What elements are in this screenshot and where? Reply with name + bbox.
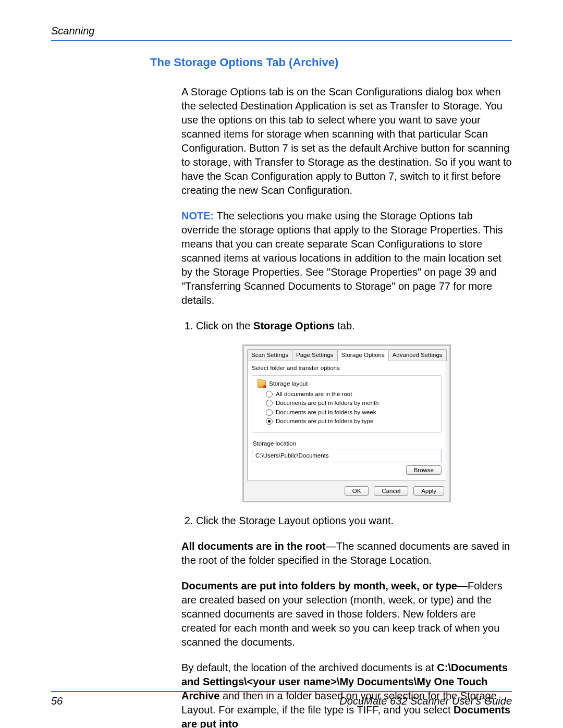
note-body: The selections you make using the Storag… [181,210,503,306]
dialog-figure: Scan Settings Page Settings Storage Opti… [181,344,512,502]
storage-layout-title: Storage layout [258,380,436,388]
tab-panel: Select folder and transfer options Stora… [247,361,446,480]
radio-icon [266,418,273,425]
explain-root: All documents are in the root—The scanne… [181,539,512,567]
page: Scanning The Storage Options Tab (Archiv… [0,0,563,728]
tab-scan-settings[interactable]: Scan Settings [247,349,292,361]
page-number: 56 [51,695,63,707]
explain-folders: Documents are put into folders by month,… [181,579,512,649]
browse-row: Browse [252,465,442,475]
radio-label: Documents are put in folders by type [276,417,373,426]
running-head-left: Scanning [51,25,94,37]
step-1-bold: Storage Options [253,320,335,331]
step-list-2: Click the Storage Layout options you wan… [181,514,512,528]
step-2: Click the Storage Layout options you wan… [196,514,512,528]
dialog-button-row: OK Cancel Apply [244,481,449,501]
tab-page-settings[interactable]: Page Settings [292,349,338,361]
folder-icon [258,380,266,388]
storage-location-label: Storage location [253,440,442,448]
explain-root-bold: All documents are in the root [181,540,326,552]
radio-option-month[interactable]: Documents are put in folders by month [266,399,436,408]
running-head: Scanning [51,25,512,41]
radio-option-week[interactable]: Documents are put in folders by week [266,409,436,417]
tab-advanced-settings[interactable]: Advanced Settings [388,349,447,361]
note-paragraph: NOTE: The selections you make using the … [181,209,512,307]
storage-layout-title-text: Storage layout [269,380,308,388]
radio-label: All documents are in the root [276,390,352,399]
step-1: Click on the Storage Options tab. [196,319,512,333]
radio-icon [266,409,273,416]
storage-options-dialog: Scan Settings Page Settings Storage Opti… [242,344,451,502]
step-1-post: tab. [335,320,355,331]
step-list: Click on the Storage Options tab. [181,319,512,333]
radio-label: Documents are put in folders by week [276,409,376,417]
note-label: NOTE: [181,210,214,221]
intro-paragraph: A Storage Options tab is on the Scan Con… [181,85,512,198]
radio-option-root[interactable]: All documents are in the root [266,390,436,399]
ok-button[interactable]: OK [345,486,369,496]
storage-location-path[interactable]: C:\Users\Public\Documents [252,450,442,462]
explain-default-pre: By default, the location of the archived… [181,662,437,673]
explain-folders-bold: Documents are put into folders by month,… [181,580,457,591]
radio-icon [266,400,273,406]
apply-button[interactable]: Apply [413,486,444,496]
dialog-tabs: Scan Settings Page Settings Storage Opti… [244,346,449,361]
section-title: The Storage Options Tab (Archive) [150,56,512,69]
radio-label: Documents are put in folders by month [276,399,379,408]
panel-label: Select folder and transfer options [252,364,442,373]
radio-option-type[interactable]: Documents are put in folders by type [266,417,436,426]
cancel-button[interactable]: Cancel [374,486,408,496]
step-1-pre: Click on the [196,320,253,331]
browse-button[interactable]: Browse [406,465,442,475]
guide-title: DocuMate 632 Scanner User's Guide [339,695,512,707]
storage-layout-group: Storage layout All documents are in the … [252,375,442,433]
tab-storage-options[interactable]: Storage Options [337,349,389,361]
radio-icon [266,391,273,398]
body-column: A Storage Options tab is on the Scan Con… [181,85,512,728]
page-footer: 56 DocuMate 632 Scanner User's Guide [51,691,512,707]
